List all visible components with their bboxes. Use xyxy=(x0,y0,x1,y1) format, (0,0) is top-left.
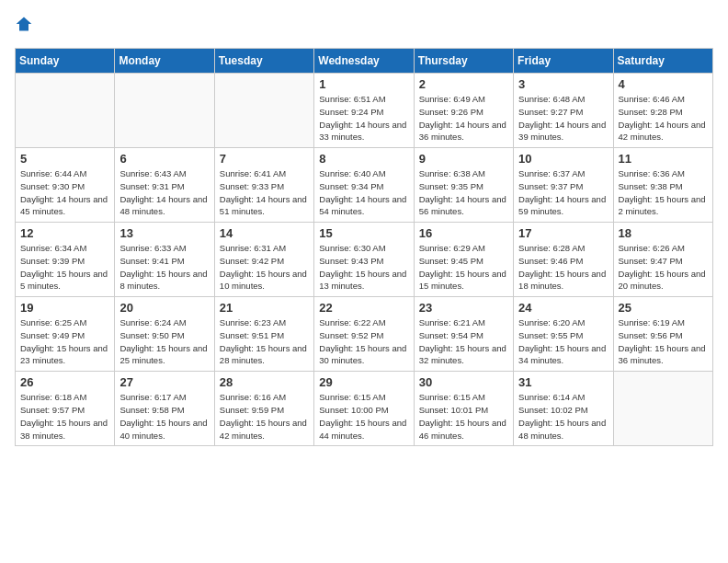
calendar-cell: 6Sunrise: 6:43 AMSunset: 9:31 PMDaylight… xyxy=(115,148,214,223)
day-info: Sunrise: 6:16 AMSunset: 9:59 PMDaylight:… xyxy=(220,391,309,442)
weekday-header: Tuesday xyxy=(214,49,313,74)
calendar-cell: 5Sunrise: 6:44 AMSunset: 9:30 PMDaylight… xyxy=(16,148,115,223)
calendar-cell: 13Sunrise: 6:33 AMSunset: 9:41 PMDayligh… xyxy=(115,223,214,297)
calendar-cell xyxy=(115,74,214,148)
day-info: Sunrise: 6:28 AMSunset: 9:46 PMDaylight:… xyxy=(518,242,608,293)
page-header xyxy=(15,15,713,37)
calendar-cell: 28Sunrise: 6:16 AMSunset: 9:59 PMDayligh… xyxy=(214,372,313,446)
day-number: 30 xyxy=(419,375,508,389)
calendar-cell: 7Sunrise: 6:41 AMSunset: 9:33 PMDaylight… xyxy=(214,148,313,223)
day-info: Sunrise: 6:43 AMSunset: 9:31 PMDaylight:… xyxy=(119,167,209,218)
day-info: Sunrise: 6:14 AMSunset: 10:02 PMDaylight… xyxy=(518,391,608,442)
day-info: Sunrise: 6:40 AMSunset: 9:34 PMDaylight:… xyxy=(319,167,408,218)
calendar-cell: 14Sunrise: 6:31 AMSunset: 9:42 PMDayligh… xyxy=(214,223,313,297)
day-info: Sunrise: 6:17 AMSunset: 9:58 PMDaylight:… xyxy=(119,391,209,442)
calendar-cell: 12Sunrise: 6:34 AMSunset: 9:39 PMDayligh… xyxy=(16,223,115,297)
day-number: 11 xyxy=(619,152,708,166)
day-info: Sunrise: 6:15 AMSunset: 10:00 PMDaylight… xyxy=(319,391,408,442)
day-info: Sunrise: 6:46 AMSunset: 9:28 PMDaylight:… xyxy=(619,93,708,144)
calendar-week-row: 19Sunrise: 6:25 AMSunset: 9:49 PMDayligh… xyxy=(16,297,713,372)
calendar-table: SundayMondayTuesdayWednesdayThursdayFrid… xyxy=(15,48,713,446)
calendar-cell xyxy=(214,74,313,148)
day-info: Sunrise: 6:25 AMSunset: 9:49 PMDaylight:… xyxy=(20,316,109,367)
day-number: 1 xyxy=(319,77,408,91)
calendar-week-row: 26Sunrise: 6:18 AMSunset: 9:57 PMDayligh… xyxy=(16,372,713,446)
calendar-cell xyxy=(613,372,712,446)
day-number: 29 xyxy=(319,375,408,389)
day-number: 5 xyxy=(20,152,109,166)
calendar-cell: 26Sunrise: 6:18 AMSunset: 9:57 PMDayligh… xyxy=(16,372,115,446)
day-number: 4 xyxy=(619,77,708,91)
day-number: 6 xyxy=(119,152,209,166)
day-info: Sunrise: 6:30 AMSunset: 9:43 PMDaylight:… xyxy=(319,242,408,293)
calendar-cell: 27Sunrise: 6:17 AMSunset: 9:58 PMDayligh… xyxy=(115,372,214,446)
weekday-header: Thursday xyxy=(414,49,513,74)
day-info: Sunrise: 6:15 AMSunset: 10:01 PMDaylight… xyxy=(419,391,508,442)
day-number: 23 xyxy=(419,301,508,315)
day-number: 22 xyxy=(319,301,408,315)
calendar-cell: 23Sunrise: 6:21 AMSunset: 9:54 PMDayligh… xyxy=(414,297,513,372)
calendar-cell: 19Sunrise: 6:25 AMSunset: 9:49 PMDayligh… xyxy=(16,297,115,372)
day-number: 15 xyxy=(319,226,408,240)
calendar-cell: 15Sunrise: 6:30 AMSunset: 9:43 PMDayligh… xyxy=(314,223,414,297)
calendar-cell: 31Sunrise: 6:14 AMSunset: 10:02 PMDaylig… xyxy=(514,372,613,446)
day-info: Sunrise: 6:48 AMSunset: 9:27 PMDaylight:… xyxy=(518,93,608,144)
weekday-header: Monday xyxy=(115,49,214,74)
calendar-week-row: 1Sunrise: 6:51 AMSunset: 9:24 PMDaylight… xyxy=(16,74,713,148)
day-number: 24 xyxy=(518,301,608,315)
calendar-cell: 24Sunrise: 6:20 AMSunset: 9:55 PMDayligh… xyxy=(514,297,613,372)
day-info: Sunrise: 6:49 AMSunset: 9:26 PMDaylight:… xyxy=(419,93,508,144)
calendar-cell: 2Sunrise: 6:49 AMSunset: 9:26 PMDaylight… xyxy=(414,74,513,148)
calendar-cell: 29Sunrise: 6:15 AMSunset: 10:00 PMDaylig… xyxy=(314,372,414,446)
calendar-cell: 16Sunrise: 6:29 AMSunset: 9:45 PMDayligh… xyxy=(414,223,513,297)
day-number: 18 xyxy=(619,226,708,240)
calendar-cell: 8Sunrise: 6:40 AMSunset: 9:34 PMDaylight… xyxy=(314,148,414,223)
weekday-header: Wednesday xyxy=(314,49,414,74)
calendar-cell: 22Sunrise: 6:22 AMSunset: 9:52 PMDayligh… xyxy=(314,297,414,372)
day-number: 19 xyxy=(20,301,109,315)
day-info: Sunrise: 6:22 AMSunset: 9:52 PMDaylight:… xyxy=(319,316,408,367)
day-number: 12 xyxy=(20,226,109,240)
calendar-cell: 1Sunrise: 6:51 AMSunset: 9:24 PMDaylight… xyxy=(314,74,414,148)
weekday-header: Sunday xyxy=(16,49,115,74)
day-number: 7 xyxy=(220,152,309,166)
calendar-header-row: SundayMondayTuesdayWednesdayThursdayFrid… xyxy=(16,49,713,74)
weekday-header: Friday xyxy=(514,49,613,74)
day-info: Sunrise: 6:26 AMSunset: 9:47 PMDaylight:… xyxy=(619,242,708,293)
calendar-cell: 30Sunrise: 6:15 AMSunset: 10:01 PMDaylig… xyxy=(414,372,513,446)
day-number: 16 xyxy=(419,226,508,240)
weekday-header: Saturday xyxy=(613,49,712,74)
day-number: 13 xyxy=(119,226,209,240)
day-number: 10 xyxy=(518,152,608,166)
day-number: 27 xyxy=(119,375,209,389)
day-number: 3 xyxy=(518,77,608,91)
logo-icon xyxy=(15,15,33,33)
day-number: 20 xyxy=(119,301,209,315)
day-number: 17 xyxy=(518,226,608,240)
day-info: Sunrise: 6:34 AMSunset: 9:39 PMDaylight:… xyxy=(20,242,109,293)
day-info: Sunrise: 6:29 AMSunset: 9:45 PMDaylight:… xyxy=(419,242,508,293)
day-info: Sunrise: 6:41 AMSunset: 9:33 PMDaylight:… xyxy=(220,167,309,218)
day-info: Sunrise: 6:36 AMSunset: 9:38 PMDaylight:… xyxy=(619,167,708,218)
calendar-body: 1Sunrise: 6:51 AMSunset: 9:24 PMDaylight… xyxy=(16,74,713,446)
logo xyxy=(15,15,35,37)
day-info: Sunrise: 6:37 AMSunset: 9:37 PMDaylight:… xyxy=(518,167,608,218)
calendar-cell: 11Sunrise: 6:36 AMSunset: 9:38 PMDayligh… xyxy=(613,148,712,223)
day-info: Sunrise: 6:44 AMSunset: 9:30 PMDaylight:… xyxy=(20,167,109,218)
calendar-cell: 3Sunrise: 6:48 AMSunset: 9:27 PMDaylight… xyxy=(514,74,613,148)
calendar-cell: 25Sunrise: 6:19 AMSunset: 9:56 PMDayligh… xyxy=(613,297,712,372)
day-number: 2 xyxy=(419,77,508,91)
day-number: 25 xyxy=(619,301,708,315)
day-number: 28 xyxy=(220,375,309,389)
calendar-cell: 18Sunrise: 6:26 AMSunset: 9:47 PMDayligh… xyxy=(613,223,712,297)
day-info: Sunrise: 6:23 AMSunset: 9:51 PMDaylight:… xyxy=(220,316,309,367)
day-number: 31 xyxy=(518,375,608,389)
day-info: Sunrise: 6:51 AMSunset: 9:24 PMDaylight:… xyxy=(319,93,408,144)
day-info: Sunrise: 6:38 AMSunset: 9:35 PMDaylight:… xyxy=(419,167,508,218)
day-info: Sunrise: 6:24 AMSunset: 9:50 PMDaylight:… xyxy=(119,316,209,367)
calendar-week-row: 12Sunrise: 6:34 AMSunset: 9:39 PMDayligh… xyxy=(16,223,713,297)
calendar-cell: 20Sunrise: 6:24 AMSunset: 9:50 PMDayligh… xyxy=(115,297,214,372)
svg-marker-0 xyxy=(17,17,32,31)
day-number: 21 xyxy=(220,301,309,315)
day-number: 14 xyxy=(220,226,309,240)
